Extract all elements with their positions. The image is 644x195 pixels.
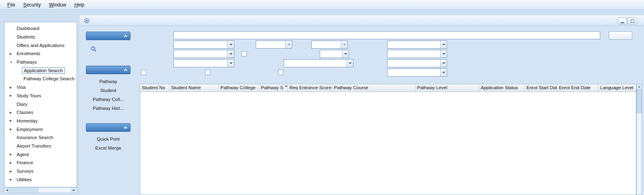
expand-arrow-icon[interactable] [10, 161, 15, 164]
grid-vertical-scrollbar[interactable]: ▲ [636, 84, 642, 195]
minimize-button[interactable] [618, 17, 627, 24]
sidebar-item[interactable]: Insurance Search [4, 133, 77, 142]
expand-arrow-icon[interactable] [10, 86, 15, 89]
chevron-down-icon[interactable] [440, 60, 447, 67]
course-select[interactable] [387, 41, 447, 49]
student-country-select[interactable] [284, 59, 353, 67]
menu-item[interactable]: Security [19, 0, 45, 9]
view-item[interactable]: Pathway [86, 77, 131, 86]
show-not-accepted-checkbox[interactable] [242, 51, 247, 56]
employee-value [387, 60, 440, 67]
expand-arrow-icon[interactable] [10, 170, 15, 173]
column-header[interactable]: Pathway College [219, 84, 259, 92]
date-option-select[interactable] [173, 41, 234, 49]
student-country-value [284, 60, 347, 67]
column-header[interactable]: Student No [140, 84, 169, 92]
sidebar-item[interactable]: Airport Transfers [4, 142, 77, 150]
search-action-item[interactable] [86, 45, 131, 54]
column-header[interactable]: Pathway S [259, 84, 288, 92]
menubar: FileSecurityWindowHelp [0, 0, 644, 10]
clear-button[interactable] [609, 31, 632, 40]
expand-arrow-icon[interactable] [10, 52, 15, 55]
scroll-right-icon[interactable]: ▶ [71, 188, 77, 193]
chevron-down-icon[interactable] [347, 60, 353, 67]
sidebar-item[interactable]: Homestay [4, 117, 77, 125]
print-section-button[interactable] [86, 123, 131, 132]
menu-item[interactable]: Window [45, 0, 71, 9]
internal-contact-select[interactable] [387, 69, 447, 77]
expand-arrow-icon[interactable] [10, 178, 15, 181]
expand-arrow-icon[interactable] [10, 153, 15, 156]
menu-item[interactable]: File [3, 0, 19, 9]
sidebar-item[interactable]: Finance [4, 159, 77, 167]
expand-arrow-icon[interactable] [10, 119, 15, 122]
chevron-down-icon[interactable] [227, 60, 234, 67]
not-meeting-pathway-plan-checkbox[interactable] [141, 70, 146, 75]
expand-arrow-icon[interactable] [10, 111, 15, 114]
status-select[interactable] [173, 50, 234, 58]
sidebar-horizontal-scrollbar[interactable]: ◀ ▶ [4, 187, 77, 193]
column-header[interactable]: Enrol End Date [557, 84, 599, 92]
to-date-input[interactable] [311, 41, 348, 49]
date-option-value [174, 41, 227, 48]
view-section-button[interactable] [86, 66, 131, 74]
view-item[interactable]: Pathway Hist... [86, 104, 131, 113]
status-value [174, 50, 227, 58]
column-header-label: Pathway Course [334, 85, 368, 90]
print-item[interactable]: Quick Print [86, 135, 131, 144]
column-header-label: Pathway Level [417, 85, 447, 90]
sidebar-item[interactable]: Application Search [4, 66, 77, 75]
expand-arrow-icon[interactable] [10, 94, 15, 97]
scrollbar-thumb[interactable] [10, 188, 39, 193]
chevron-down-icon[interactable] [440, 41, 447, 48]
sidebar-item[interactable]: Pathways [4, 58, 77, 66]
column-header[interactable]: Pathway Course [332, 84, 415, 92]
course-value [387, 41, 440, 48]
include-cancelled-checkbox[interactable] [278, 70, 283, 75]
sidebar-item[interactable]: Visa [4, 83, 77, 92]
sidebar-item[interactable]: Agent [4, 150, 77, 159]
view-item[interactable]: Pathway Coll... [86, 95, 131, 104]
column-header[interactable]: Enrol Start Date [525, 84, 557, 92]
sidebar-item[interactable]: Dashboard [4, 24, 77, 33]
chevron-down-icon[interactable] [440, 69, 447, 76]
column-header[interactable]: Application Status [479, 84, 525, 92]
chevron-down-icon[interactable] [227, 50, 234, 58]
college-select[interactable] [173, 59, 234, 67]
print-item[interactable]: Excel Merge [86, 144, 131, 152]
menu-item[interactable]: Help [70, 0, 88, 9]
sidebar-item[interactable]: Study Tours [4, 92, 77, 100]
chevron-down-icon[interactable] [342, 50, 349, 58]
column-header[interactable]: Student Name [169, 84, 219, 92]
employee-select[interactable] [387, 59, 447, 67]
expand-arrow-icon[interactable] [10, 61, 15, 64]
scroll-left-icon[interactable]: ◀ [4, 188, 10, 193]
options-section-button[interactable] [86, 32, 131, 40]
sidebar-item[interactable]: Utilities [4, 175, 77, 184]
scroll-up-icon[interactable]: ▲ [637, 84, 642, 90]
sidebar-item[interactable]: Pathway College Search [4, 75, 77, 83]
sidebar-item[interactable]: Enrolments [4, 49, 77, 58]
maximize-button[interactable] [628, 17, 637, 24]
expand-arrow-icon[interactable] [10, 128, 15, 131]
from-date-input[interactable] [256, 41, 292, 49]
chevron-down-icon[interactable] [440, 50, 447, 58]
search-input[interactable] [173, 31, 600, 39]
chevron-down-icon[interactable] [285, 41, 292, 48]
sidebar-item[interactable]: Employment [4, 125, 77, 133]
column-header[interactable]: Pathway Level [415, 84, 479, 92]
view-item[interactable]: Student [86, 86, 131, 95]
sidebar-item[interactable]: Offers and Applications [4, 41, 77, 49]
level-select[interactable] [387, 50, 447, 58]
column-header[interactable]: Req Entrance Score [288, 84, 332, 92]
chevron-down-icon[interactable] [227, 41, 234, 48]
sidebar-item[interactable]: Surveys [4, 167, 77, 176]
sidebar-item[interactable]: Classes [4, 108, 77, 117]
show-started-select[interactable] [320, 50, 349, 58]
monitoring-pathway-progress-checkbox[interactable] [205, 70, 210, 75]
sidebar-item[interactable]: Students [4, 33, 77, 41]
scrollbar-thumb[interactable] [637, 90, 642, 113]
chevron-down-icon[interactable] [341, 41, 347, 48]
sidebar-item[interactable]: Diary [4, 100, 77, 108]
column-header[interactable]: Language Level [599, 84, 636, 92]
